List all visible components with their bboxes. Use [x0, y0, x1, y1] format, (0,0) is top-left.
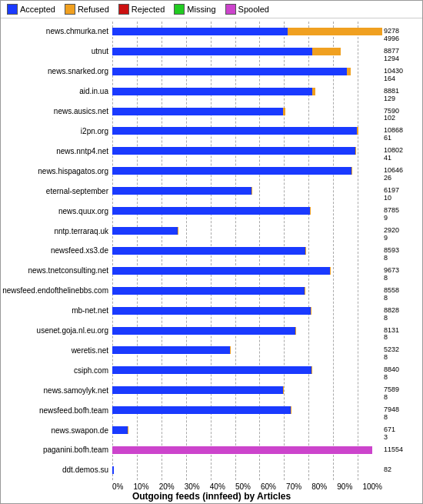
bar-value: 87859 — [384, 207, 421, 222]
bar-segment — [312, 88, 315, 95]
bar-label: newsfeed.bofh.team — [1, 406, 108, 415]
x-axis-label: 40% — [210, 482, 225, 491]
bar-segment — [112, 127, 357, 135]
legend-item: Missing — [174, 4, 215, 15]
bar-segments: 1064626 — [112, 167, 382, 175]
legend-color — [118, 4, 129, 15]
bar-segments: 29209 — [112, 227, 382, 235]
bar-label: news.tnetconsulting.net — [1, 266, 108, 275]
legend-label: Spooled — [238, 5, 269, 14]
bar-segments: 1080241 — [112, 147, 382, 155]
x-axis-label: 30% — [185, 482, 200, 491]
bar-label: news.snarked.org — [1, 67, 108, 75]
bar-segment — [112, 466, 114, 474]
bar-segment — [112, 247, 305, 255]
bar-label: newsfeed.endofthelinebbs.com — [1, 286, 108, 295]
bar-label: newsfeed.xs3.de — [1, 246, 108, 255]
legend-item: Spooled — [225, 4, 269, 15]
bar-row: news.snarked.org10430164 — [112, 62, 382, 82]
bar-segments: 88408 — [112, 366, 382, 374]
bar-value: 75898 — [384, 386, 421, 402]
bar-segment — [283, 108, 285, 115]
bar-segment — [112, 207, 310, 215]
bar-value: 10430164 — [384, 68, 421, 83]
bar-row: newsfeed.bofh.team79488 — [112, 400, 382, 420]
bar-segments: 82 — [112, 466, 382, 474]
bar-value: 7590102 — [384, 108, 421, 123]
x-axis-label: 20% — [159, 482, 175, 491]
bar-value: 8881129 — [384, 88, 421, 103]
x-axis-label: 100% — [362, 482, 382, 491]
bar-segments: 1086861 — [112, 127, 382, 135]
bar-segment — [351, 167, 352, 175]
bar-segment — [112, 426, 128, 434]
bar-label: paganini.bofh.team — [1, 446, 108, 454]
bar-row: news.nntp4.net1080241 — [112, 141, 382, 161]
chart-container: AcceptedRefusedRejectedMissingSpooled ne… — [0, 0, 423, 504]
bar-row: csiph.com88408 — [112, 360, 382, 380]
bar-row: newsfeed.endofthelinebbs.com85588 — [112, 281, 382, 301]
bar-segments: 75898 — [112, 386, 382, 394]
bar-segment — [112, 307, 311, 315]
legend-label: Accepted — [20, 5, 55, 14]
bar-segment — [355, 147, 356, 155]
bar-segments: 85588 — [112, 287, 382, 295]
legend-item: Rejected — [118, 4, 165, 15]
bar-segment — [112, 327, 295, 335]
bar-row: i2pn.org1086861 — [112, 122, 382, 142]
bar-row: usenet.goja.nl.eu.org81318 — [112, 321, 382, 341]
bar-row: mb-net.net88288 — [112, 301, 382, 321]
bar-segments: 85938 — [112, 247, 382, 255]
bar-segment — [347, 68, 351, 75]
bar-segment — [112, 147, 355, 155]
bar-label: utnut — [1, 47, 108, 55]
bar-label: i2pn.org — [1, 127, 108, 135]
x-axis-label: 50% — [235, 482, 251, 491]
bar-label: news.quux.org — [1, 207, 108, 215]
bar-value: 82 — [384, 466, 421, 474]
bar-row: news.chmurka.net92784996 — [112, 22, 382, 42]
bar-segment — [112, 48, 312, 55]
x-axis-label: 70% — [286, 482, 301, 491]
bar-label: usenet.goja.nl.eu.org — [1, 326, 108, 335]
bar-segment — [112, 167, 351, 175]
x-axis-label: 90% — [337, 482, 352, 491]
bar-label: weretis.net — [1, 346, 108, 355]
bar-row: news.quux.org87859 — [112, 201, 382, 221]
bar-row: aid.in.ua8881129 — [112, 82, 382, 102]
bar-segments: 6713 — [112, 426, 382, 434]
bar-label: news.nntp4.net — [1, 147, 108, 155]
bar-label: news.chmurka.net — [1, 27, 108, 35]
bar-label: nntp.terraraq.uk — [1, 227, 108, 235]
x-axis-label: 60% — [261, 482, 276, 491]
bar-value: 92784996 — [384, 28, 421, 43]
bar-label: news.swapon.de — [1, 426, 108, 435]
bar-segment — [312, 48, 341, 55]
bar-segments: 52328 — [112, 346, 382, 354]
bar-label: aid.in.ua — [1, 87, 108, 95]
legend-color — [174, 4, 185, 15]
bar-row: news.ausics.net7590102 — [112, 102, 382, 122]
bar-value: 88288 — [384, 307, 421, 322]
bar-segments: 87859 — [112, 207, 382, 215]
legend: AcceptedRefusedRejectedMissingSpooled — [1, 1, 422, 18]
bar-value: 88408 — [384, 366, 421, 382]
bar-label: news.hispagatos.org — [1, 167, 108, 175]
bar-segments: 88771294 — [112, 48, 382, 55]
legend-color — [65, 4, 75, 15]
legend-label: Refused — [78, 5, 109, 14]
bar-segments: 92784996 — [112, 28, 382, 35]
bar-segment — [112, 406, 291, 414]
legend-color — [225, 4, 236, 15]
bar-row: eternal-september619710 — [112, 181, 382, 201]
bar-segment — [112, 68, 347, 75]
bar-value: 29209 — [384, 227, 421, 242]
bar-value: 88771294 — [384, 48, 421, 63]
bar-segment — [112, 287, 305, 295]
chart-area: news.chmurka.net92784996utnut88771294new… — [1, 18, 422, 503]
bar-row: nntp.terraraq.uk29209 — [112, 221, 382, 241]
bar-row: news.swapon.de6713 — [112, 420, 382, 440]
bar-row: news.tnetconsulting.net96738 — [112, 261, 382, 281]
bar-segments: 10430164 — [112, 68, 382, 75]
bar-segment — [112, 346, 230, 354]
